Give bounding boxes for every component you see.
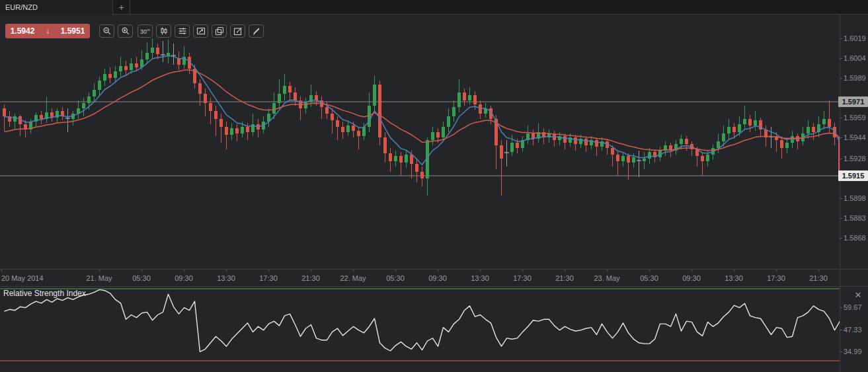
time-tick-mark [818, 270, 819, 272]
tab-eurnzd[interactable]: EUR/NZD [0, 0, 112, 15]
time-tick-mark [565, 270, 565, 272]
edit-icon [233, 26, 243, 36]
price-tick-label: 1.5944 [844, 133, 866, 141]
tab-label: EUR/NZD [5, 3, 38, 11]
indicators-button[interactable] [175, 24, 190, 38]
zoom-out-button[interactable] [99, 24, 114, 38]
time-tick-mark [395, 270, 396, 272]
price-tick-mark [840, 58, 842, 59]
rsi-tick-label: 59.67 [844, 303, 862, 311]
plus-icon: + [118, 2, 124, 13]
price-tick-mark [840, 118, 842, 118]
time-tick-label: 17:30 [767, 274, 785, 282]
sliders-icon [178, 26, 187, 36]
price-level-chip: 1.5915 [838, 170, 868, 181]
time-tick-mark [311, 270, 311, 272]
time-tick-label: 09:30 [175, 274, 193, 282]
edit-chart-button[interactable] [230, 24, 245, 38]
pen-icon [252, 26, 261, 36]
time-tick-label: 05:30 [640, 274, 658, 282]
time-tick-mark [649, 270, 650, 272]
price-tick-label: 1.6004 [844, 54, 866, 62]
time-tick-mark [268, 270, 269, 272]
price-tick-label: 1.5883 [844, 214, 866, 222]
price-tick-label: 1.5989 [844, 74, 866, 82]
price-tick-label: 1.5898 [844, 194, 866, 202]
zoom-in-button[interactable] [118, 24, 133, 38]
time-tick-mark [734, 270, 734, 272]
time-tick-label: 21:30 [555, 274, 574, 282]
time-tick-label: 13:30 [471, 274, 489, 282]
time-tick-mark [522, 270, 523, 272]
rsi-tick-mark [840, 352, 842, 352]
time-tick-mark [184, 270, 184, 272]
time-tick-label: 17:30 [513, 274, 532, 282]
rsi-tick-mark [840, 330, 842, 330]
time-tick-label: 20 May 2014 [1, 274, 44, 282]
price-tick-label: 1.6019 [844, 34, 866, 42]
time-tick-label: 09:30 [428, 274, 447, 282]
timeframe-button[interactable]: 30m [138, 24, 153, 38]
price-tick-label: 1.5959 [844, 114, 866, 122]
time-axis[interactable]: 20 May 201421. May05:3009:3013:3017:3021… [0, 269, 868, 286]
price-tick-mark [840, 238, 842, 239]
copy-icon [215, 26, 224, 36]
time-tick-mark [438, 270, 438, 272]
time-tick-label: 23. May [594, 274, 619, 282]
rsi-canvas[interactable] [0, 286, 840, 372]
close-icon: ✕ [855, 290, 862, 300]
chart-canvas[interactable] [0, 15, 840, 269]
time-tick-mark [691, 270, 692, 272]
time-tick-label: 05:30 [132, 274, 151, 282]
time-tick-mark [776, 270, 777, 272]
price-tick-label: 1.5928 [844, 155, 866, 163]
rsi-title: Relative Strength Index [3, 289, 86, 298]
rsi-tick-mark [840, 307, 842, 308]
time-tick-mark [226, 270, 227, 272]
price-axis-divider [840, 15, 840, 372]
time-tick-label: 13:30 [217, 274, 235, 282]
time-tick-mark [353, 270, 354, 272]
price-direction-down-icon: ↓ [40, 26, 56, 36]
duplicate-chart-button[interactable] [212, 24, 227, 38]
trading-platform-window: EUR/NZD + 1.60191.60041.59891.59591.5944… [0, 0, 868, 372]
price-tick-mark [840, 38, 842, 39]
time-tick-mark [141, 270, 142, 272]
price-tick-mark [840, 159, 842, 159]
candlestick-icon [159, 26, 169, 36]
new-tab-button[interactable]: + [112, 0, 130, 14]
time-tick-label: 09:30 [682, 274, 701, 282]
price-tick-label: 1.5868 [844, 234, 866, 242]
price-tick-mark [840, 78, 842, 79]
price-tick-mark [840, 137, 842, 138]
time-tick-mark [99, 270, 100, 272]
time-tick-label: 13:30 [725, 274, 743, 282]
resize-chart-icon [196, 26, 206, 36]
rsi-close-button[interactable]: ✕ [853, 289, 863, 300]
chart-size-button[interactable] [193, 24, 208, 38]
time-tick-mark [480, 270, 481, 272]
buy-button[interactable]: 1.5951 [56, 26, 90, 36]
rsi-tick-label: 34.99 [844, 348, 862, 355]
time-tick-label: 17:30 [259, 274, 278, 282]
quote-widget: 1.5942 ↓ 1.5951 [5, 24, 90, 38]
tab-bar: EUR/NZD + [0, 0, 868, 15]
time-tick-label: 21:30 [301, 274, 320, 282]
timeframe-label: 30m [140, 28, 150, 35]
zoom-out-icon [102, 26, 112, 36]
rsi-tick-label: 47.33 [844, 326, 862, 334]
time-tick-label: 22. May [340, 274, 366, 282]
time-tick-label: 21. May [86, 274, 112, 282]
chart-type-button[interactable] [156, 24, 171, 38]
sell-button[interactable]: 1.5942 [5, 26, 40, 36]
zoom-in-icon [121, 26, 130, 36]
time-tick-mark [607, 270, 608, 272]
price-tick-mark [840, 218, 842, 219]
price-tick-mark [840, 198, 842, 199]
price-level-chip: 1.5971 [838, 96, 868, 107]
time-tick-label: 21:30 [809, 274, 828, 282]
time-tick-mark [1, 270, 2, 272]
drawing-tools-button[interactable] [249, 24, 264, 38]
time-tick-label: 05:30 [386, 274, 405, 282]
